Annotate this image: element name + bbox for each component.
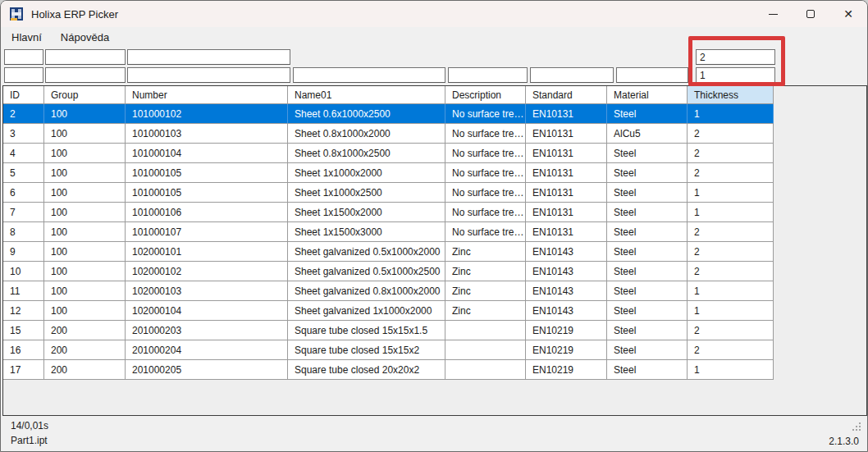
filter-name01-row2[interactable]	[293, 67, 445, 83]
cell-number[interactable]: 101000104	[126, 144, 288, 163]
cell-number[interactable]: 101000105	[126, 163, 288, 183]
table-row[interactable]: 16200201000204Square tube closed 15x15x2…	[3, 340, 774, 360]
cell-standard[interactable]: EN10143	[526, 281, 607, 301]
filter-group-row1[interactable]	[45, 49, 126, 65]
column-header-thickness[interactable]: Thickness	[688, 86, 774, 104]
table-row[interactable]: 10100102000102Sheet galvanized 0.5x1000x…	[3, 262, 774, 281]
cell-id[interactable]: 6	[3, 183, 44, 203]
filter-description-row2[interactable]	[448, 67, 528, 83]
cell-material[interactable]: Steel	[607, 242, 688, 262]
filter-number-row2[interactable]	[127, 67, 290, 83]
cell-thickness[interactable]: 2	[688, 144, 774, 163]
cell-description[interactable]: Zinc	[445, 301, 526, 321]
cell-id[interactable]: 11	[3, 281, 44, 301]
table-row[interactable]: 9100102000101Sheet galvanized 0.5x1000x2…	[3, 242, 774, 262]
cell-thickness[interactable]: 1	[688, 183, 774, 203]
cell-number[interactable]: 201000204	[126, 340, 288, 360]
cell-material[interactable]: Steel	[607, 104, 688, 124]
cell-standard[interactable]: EN10131	[526, 203, 607, 222]
cell-description[interactable]	[445, 321, 526, 340]
resize-grip-icon[interactable]	[852, 422, 861, 431]
column-header-number[interactable]: Number	[126, 86, 288, 104]
cell-thickness[interactable]: 1	[688, 104, 774, 124]
cell-thickness[interactable]: 1	[688, 360, 774, 380]
cell-description[interactable]	[445, 360, 526, 380]
cell-thickness[interactable]: 1	[688, 203, 774, 222]
cell-material[interactable]: Steel	[607, 183, 688, 203]
cell-id[interactable]: 16	[3, 340, 44, 360]
cell-number[interactable]: 102000104	[126, 301, 288, 321]
filter-group-row2[interactable]	[45, 67, 126, 83]
cell-standard[interactable]: EN10131	[526, 222, 607, 242]
cell-thickness[interactable]: 2	[688, 163, 774, 183]
cell-id[interactable]: 10	[3, 262, 44, 281]
cell-group[interactable]: 100	[44, 124, 126, 144]
cell-name01[interactable]: Sheet 1x1500x3000	[288, 222, 445, 242]
cell-description[interactable]	[445, 340, 526, 360]
cell-standard[interactable]: EN10131	[526, 183, 607, 203]
cell-thickness[interactable]: 2	[688, 222, 774, 242]
cell-description[interactable]: Zinc	[445, 281, 526, 301]
table-row[interactable]: 5100101000105Sheet 1x1000x2000No surface…	[3, 163, 774, 183]
cell-description[interactable]: No surface treat...	[445, 104, 526, 124]
column-header-material[interactable]: Material	[607, 86, 688, 104]
cell-thickness[interactable]: 2	[688, 321, 774, 340]
cell-standard[interactable]: EN10131	[526, 104, 607, 124]
cell-description[interactable]: No surface treat...	[445, 203, 526, 222]
cell-number[interactable]: 101000106	[126, 203, 288, 222]
cell-thickness[interactable]: 1	[688, 281, 774, 301]
cell-thickness[interactable]: 2	[688, 124, 774, 144]
cell-material[interactable]: Steel	[607, 163, 688, 183]
cell-name01[interactable]: Sheet galvanized 0.5x1000x2000	[288, 242, 445, 262]
cell-name01[interactable]: Square tube closed 15x15x1.5	[288, 321, 445, 340]
cell-material[interactable]: Steel	[607, 281, 688, 301]
cell-material[interactable]: Steel	[607, 360, 688, 380]
cell-group[interactable]: 200	[44, 360, 126, 380]
cell-id[interactable]: 7	[3, 203, 44, 222]
cell-thickness[interactable]: 2	[688, 262, 774, 281]
cell-name01[interactable]: Sheet galvanized 1x1000x2000	[288, 301, 445, 321]
cell-description[interactable]: No surface treat...	[445, 144, 526, 163]
cell-group[interactable]: 100	[44, 203, 126, 222]
filter-material-row2[interactable]	[616, 67, 688, 83]
cell-id[interactable]: 4	[3, 144, 44, 163]
cell-description[interactable]: No surface treat...	[445, 183, 526, 203]
cell-group[interactable]: 200	[44, 321, 126, 340]
cell-name01[interactable]: Square tube closed 15x15x2	[288, 340, 445, 360]
cell-description[interactable]: Zinc	[445, 242, 526, 262]
table-row[interactable]: 17200201000205Square tube closed 20x20x2…	[3, 360, 774, 380]
cell-group[interactable]: 100	[44, 183, 126, 203]
table-row[interactable]: 15200201000203Square tube closed 15x15x1…	[3, 321, 774, 340]
cell-group[interactable]: 100	[44, 242, 126, 262]
cell-description[interactable]: Zinc	[445, 262, 526, 281]
column-header-standard[interactable]: Standard	[526, 86, 607, 104]
maximize-button[interactable]	[792, 1, 829, 27]
cell-description[interactable]: No surface treat...	[445, 124, 526, 144]
cell-standard[interactable]: EN10143	[526, 301, 607, 321]
cell-id[interactable]: 3	[3, 124, 44, 144]
cell-thickness[interactable]: 2	[688, 340, 774, 360]
cell-standard[interactable]: EN10131	[526, 144, 607, 163]
cell-id[interactable]: 2	[3, 104, 44, 124]
filter-thickness-row1[interactable]	[696, 49, 775, 65]
table-row[interactable]: 11100102000103Sheet galvanized 0.8x1000x…	[3, 281, 774, 301]
cell-thickness[interactable]: 1	[688, 301, 774, 321]
column-header-name01[interactable]: Name01	[288, 86, 445, 104]
cell-id[interactable]: 9	[3, 242, 44, 262]
menu-item-napoveda[interactable]: Nápověda	[53, 29, 117, 46]
cell-description[interactable]: No surface treat...	[445, 222, 526, 242]
minimize-button[interactable]	[754, 1, 792, 27]
filter-thickness-row2[interactable]	[696, 67, 775, 83]
cell-material[interactable]: Steel	[607, 301, 688, 321]
cell-id[interactable]: 15	[3, 321, 44, 340]
cell-name01[interactable]: Sheet 1x1500x2000	[288, 203, 445, 222]
cell-group[interactable]: 100	[44, 104, 126, 124]
cell-material[interactable]: Steel	[607, 144, 688, 163]
cell-name01[interactable]: Sheet 0.8x1000x2000	[288, 124, 445, 144]
table-row[interactable]: 4100101000104Sheet 0.8x1000x2500No surfa…	[3, 144, 774, 163]
cell-material[interactable]: AlCu5	[607, 124, 688, 144]
filter-id-row1[interactable]	[4, 49, 43, 65]
cell-id[interactable]: 12	[3, 301, 44, 321]
cell-material[interactable]: Steel	[607, 321, 688, 340]
cell-description[interactable]: No surface treat...	[445, 163, 526, 183]
